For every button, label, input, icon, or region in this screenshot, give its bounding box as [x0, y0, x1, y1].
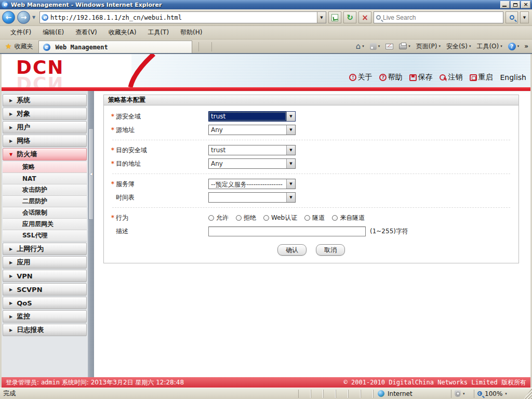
menu-edit[interactable]: 编辑(E)	[37, 26, 69, 38]
collapsed-arrow-icon: ▶	[9, 139, 12, 143]
menu-favorites[interactable]: 收藏夹(A)	[103, 26, 142, 38]
dropdown-arrow-icon[interactable]: ▼	[286, 193, 295, 202]
zoom-control[interactable]: 100% ▾	[474, 390, 524, 398]
forward-button[interactable]: →	[17, 11, 30, 24]
radio-icon[interactable]	[236, 215, 242, 221]
radio-tunnel[interactable]: 隧道	[304, 214, 325, 222]
back-button[interactable]: ←	[2, 11, 15, 24]
restore-button[interactable]	[511, 1, 520, 8]
menu-tools[interactable]: 工具(T)	[142, 26, 174, 38]
favorites-button[interactable]: ★ 收藏夹	[0, 39, 38, 53]
dropdown-arrow-icon[interactable]: ▼	[286, 125, 295, 135]
sidebar-item-network[interactable]: ▶网络	[3, 135, 87, 147]
sidebar-item-firewall[interactable]: ▼防火墙	[3, 148, 87, 161]
sidebar-item-application[interactable]: ▶应用	[3, 256, 87, 269]
menu-file[interactable]: 文件(F)	[5, 26, 36, 38]
close-button[interactable]: ×	[521, 1, 530, 8]
sidebar-item-web-behavior[interactable]: ▶上网行为	[3, 243, 87, 255]
recent-pages-dropdown[interactable]: ▼	[32, 15, 37, 20]
sidebar-item-scvpn[interactable]: ▶SCVPN	[3, 283, 87, 296]
sidebar-splitter[interactable]: ◀	[88, 91, 94, 377]
sidebar-item-vpn[interactable]: ▶VPN	[3, 270, 87, 282]
splitter-handle[interactable]: ◀	[88, 128, 94, 220]
search-input[interactable]	[383, 14, 503, 21]
sidebar-subitem-policy[interactable]: 策略	[3, 162, 87, 173]
safety-menu-button[interactable]: 安全(S)▾	[444, 41, 473, 52]
sidebar-subitem-session-limit[interactable]: 会话限制	[3, 207, 87, 219]
radio-from-tunnel[interactable]: 来自隧道	[332, 214, 365, 222]
dropdown-arrow-icon[interactable]: ▼	[286, 179, 295, 189]
sidebar-subitem-attack-defense[interactable]: 攻击防护	[3, 184, 87, 196]
src-zone-select[interactable]: trust ▼	[208, 111, 296, 122]
sidebar-subitem-ssl-proxy[interactable]: SSL代理	[3, 230, 87, 242]
search-go-button[interactable]	[506, 11, 518, 23]
language-link[interactable]: English	[500, 73, 526, 82]
address-dropdown-button[interactable]: ▼	[317, 12, 326, 23]
description-input[interactable]	[208, 227, 366, 236]
header-blue-panel	[131, 54, 530, 87]
about-link[interactable]: !关于	[349, 73, 372, 82]
dst-addr-value: Any	[209, 159, 286, 168]
read-mail-button[interactable]	[383, 43, 395, 50]
search-box[interactable]	[374, 11, 503, 23]
help-menu-button[interactable]: ?▾	[506, 42, 522, 51]
url-input[interactable]	[50, 14, 317, 21]
schedule-select[interactable]: ▼	[208, 192, 296, 203]
header-links: !关于 ?帮助 保存 注销 重启 English	[349, 73, 526, 82]
stop-button[interactable]: ×	[358, 11, 371, 23]
radio-icon[interactable]	[332, 215, 338, 221]
command-bar: ⌂▾ ▾ ▾ 页面(P)▾ 安全(S)▾ 工具(O)▾ ?▾ »	[354, 39, 532, 53]
home-button[interactable]: ⌂▾	[354, 42, 366, 51]
sidebar-subitem-nat[interactable]: NAT	[3, 173, 87, 184]
address-field[interactable]: e ▼	[39, 11, 326, 23]
cancel-button[interactable]: 取消	[316, 244, 345, 256]
dropdown-arrow-icon[interactable]: ▼	[286, 159, 295, 168]
security-zone-pane[interactable]: Internet	[373, 390, 451, 398]
feeds-button[interactable]: ▾	[368, 42, 382, 51]
protected-mode-pane[interactable]: ▾	[451, 390, 474, 398]
dropdown-arrow-icon[interactable]: ▼	[286, 112, 295, 121]
sidebar-item-log-report[interactable]: ▶日志报表	[3, 324, 87, 336]
radio-icon[interactable]	[263, 215, 269, 221]
form-row-schedule: * 时间表 ▼	[104, 191, 518, 204]
toolbar-overflow-button[interactable]: »	[523, 43, 530, 50]
compatibility-view-button[interactable]	[328, 11, 341, 23]
save-link[interactable]: 保存	[409, 73, 432, 82]
service-select[interactable]: --预定义服务---------------- ▼	[208, 179, 296, 189]
protected-mode-icon	[455, 390, 461, 397]
radio-icon[interactable]	[304, 215, 310, 221]
tab-web-management[interactable]: e Web Management	[38, 41, 192, 53]
search-options-dropdown[interactable]: ▼	[520, 11, 529, 23]
form-buttons: 确认 取消	[277, 244, 518, 256]
refresh-button[interactable]: ↻	[343, 11, 356, 23]
radio-icon[interactable]	[208, 215, 214, 221]
tools-menu-button[interactable]: 工具(O)▾	[474, 41, 504, 52]
sidebar-item-monitor[interactable]: ▶监控	[3, 310, 87, 323]
page-menu-button[interactable]: 页面(P)▾	[414, 41, 443, 52]
confirm-button[interactable]: 确认	[277, 244, 307, 256]
sidebar-item-users[interactable]: ▶用户	[3, 121, 87, 134]
sidebar-item-qos[interactable]: ▶QoS	[3, 297, 87, 309]
reboot-link[interactable]: 重启	[470, 73, 493, 82]
logout-link[interactable]: 注销	[440, 73, 462, 82]
menu-view[interactable]: 查看(V)	[70, 26, 102, 38]
sidebar-nav: ▶系统 ▶对象 ▶用户 ▶网络 ▼防火墙 策略 NAT 攻击防护 二层防护 会话…	[2, 91, 88, 377]
radio-web-auth[interactable]: Web认证	[263, 214, 297, 222]
dropdown-arrow-icon[interactable]: ▼	[286, 145, 295, 155]
sidebar-subitem-alg[interactable]: 应用层网关	[3, 219, 87, 230]
menu-help[interactable]: 帮助(H)	[175, 26, 207, 38]
dst-zone-select[interactable]: trust ▼	[208, 145, 296, 155]
minimize-button[interactable]	[500, 1, 510, 8]
resize-grip[interactable]	[524, 388, 532, 399]
radio-permit[interactable]: 允许	[208, 214, 229, 222]
print-button[interactable]: ▾	[397, 43, 413, 50]
internet-globe-icon	[378, 390, 384, 397]
help-link[interactable]: ?帮助	[379, 73, 402, 82]
src-addr-select[interactable]: Any ▼	[208, 125, 296, 135]
collapsed-arrow-icon: ▶	[9, 125, 12, 130]
sidebar-item-system[interactable]: ▶系统	[3, 94, 87, 107]
radio-deny[interactable]: 拒绝	[236, 214, 256, 222]
dst-addr-select[interactable]: Any ▼	[208, 158, 296, 169]
sidebar-item-objects[interactable]: ▶对象	[3, 108, 87, 120]
sidebar-subitem-l2-defense[interactable]: 二层防护	[3, 196, 87, 207]
